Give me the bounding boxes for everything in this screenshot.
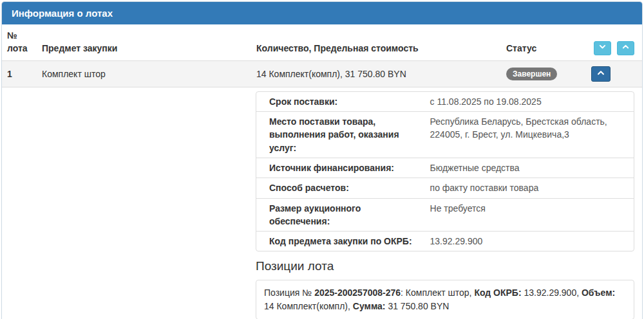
position-okrb-value: 13.92.29.900, bbox=[522, 287, 582, 298]
chevron-up-icon bbox=[596, 68, 605, 79]
lot-1-details-row: Срок поставки: с 11.08.2025 по 19.08.202… bbox=[2, 87, 642, 319]
detail-row-funding-source: Источник финансирования: Бюджетные средс… bbox=[256, 158, 634, 178]
position-volume-label: Объем: bbox=[582, 287, 615, 298]
position-prefix: Позиция № bbox=[264, 287, 314, 298]
expand-all-button[interactable] bbox=[594, 41, 611, 55]
lot-quantity: 14 Комплект(компл), 31 750.80 BYN bbox=[251, 60, 501, 87]
panel-header: Информация о лотах bbox=[2, 2, 642, 24]
column-header-status: Статус bbox=[501, 24, 586, 60]
page: Информация о лотах № лота Предмет закупк… bbox=[0, 0, 644, 319]
detail-value: Республика Беларусь, Брестская область, … bbox=[430, 112, 634, 158]
column-header-subject: Предмет закупки bbox=[37, 24, 251, 60]
status-badge: Завершен bbox=[506, 68, 557, 80]
lots-table: № лота Предмет закупки Количество, Преде… bbox=[2, 24, 642, 319]
position-number: 2025-200257008-276 bbox=[314, 287, 401, 298]
lot-actions-cell bbox=[586, 60, 642, 87]
detail-row-payment-method: Способ расчетов: по факту поставки товар… bbox=[256, 178, 634, 197]
detail-label: Способ расчетов: bbox=[256, 178, 430, 197]
position-sum-value: 31 750.80 BYN bbox=[386, 301, 450, 311]
detail-value: Бюджетные средства bbox=[430, 158, 634, 178]
position-subject: : Комплект штор, bbox=[401, 287, 474, 298]
positions-heading: Позиции лота bbox=[256, 259, 634, 273]
lot-subject: Комплект штор bbox=[37, 60, 251, 87]
detail-row-okrb-code: Код предмета закупки по ОКРБ: 13.92.29.9… bbox=[256, 231, 634, 251]
detail-row-delivery-period: Срок поставки: с 11.08.2025 по 19.08.202… bbox=[256, 92, 634, 111]
column-header-quantity: Количество, Предельная стоимость bbox=[251, 24, 501, 60]
lot-status-cell: Завершен bbox=[501, 60, 586, 87]
chevron-up-icon bbox=[621, 42, 630, 55]
detail-label: Место поставки товара, выполнения работ,… bbox=[256, 112, 430, 158]
detail-label: Код предмета закупки по ОКРБ: bbox=[256, 232, 430, 251]
detail-value: Не требуется bbox=[430, 199, 634, 232]
collapse-all-button[interactable] bbox=[617, 41, 634, 55]
detail-label: Источник финансирования: bbox=[256, 158, 430, 178]
table-header-row: № лота Предмет закупки Количество, Преде… bbox=[2, 24, 642, 60]
detail-row-auction-security: Размер аукционного обеспечения: Не требу… bbox=[256, 198, 634, 232]
detail-label: Размер аукционного обеспечения: bbox=[256, 199, 430, 232]
position-sum-label: Сумма: bbox=[353, 301, 386, 311]
position-item: Позиция № 2025-200257008-276: Комплект ш… bbox=[256, 280, 634, 319]
chevron-down-icon bbox=[598, 42, 607, 55]
lot-details-table: Срок поставки: с 11.08.2025 по 19.08.202… bbox=[256, 91, 634, 252]
detail-row-delivery-place: Место поставки товара, выполнения работ,… bbox=[256, 111, 634, 158]
detail-value: 13.92.29.900 bbox=[430, 232, 634, 251]
lot-row-1: 1 Комплект штор 14 Комплект(компл), 31 7… bbox=[2, 60, 642, 87]
lots-panel: Информация о лотах № лота Предмет закупк… bbox=[1, 1, 643, 319]
detail-value: по факту поставки товара bbox=[430, 178, 634, 197]
panel-title: Информация о лотах bbox=[12, 8, 113, 19]
collapse-lot-1-button[interactable] bbox=[591, 66, 611, 82]
position-okrb-label: Код ОКРБ: bbox=[474, 287, 521, 298]
lot-number: 1 bbox=[2, 60, 37, 87]
detail-value: с 11.08.2025 по 19.08.2025 bbox=[430, 92, 634, 111]
lot-1-details-cell: Срок поставки: с 11.08.2025 по 19.08.202… bbox=[2, 87, 642, 319]
position-volume-value: 14 Комплект(компл), bbox=[264, 301, 353, 311]
table-header-actions bbox=[586, 24, 642, 60]
column-header-lot-number: № лота bbox=[2, 24, 37, 60]
detail-label: Срок поставки: bbox=[256, 92, 430, 111]
